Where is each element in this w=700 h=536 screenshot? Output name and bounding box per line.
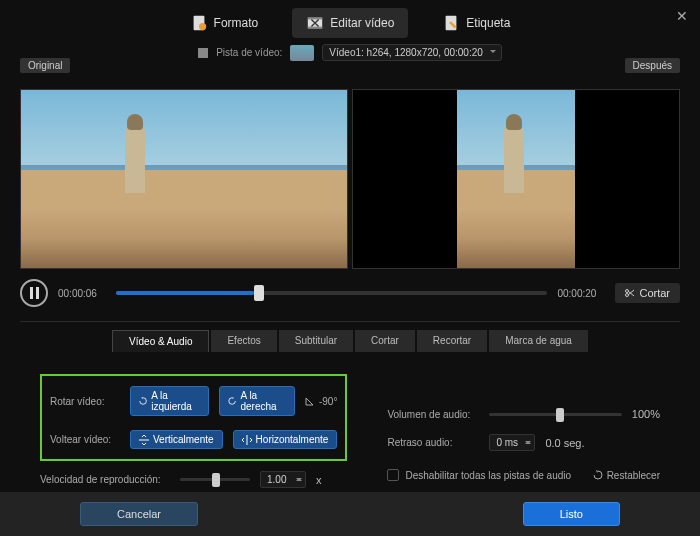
delay-label: Retraso audio: <box>387 437 479 448</box>
time-total: 00:00:20 <box>557 288 605 299</box>
tab-edit-video[interactable]: Editar vídeo <box>292 8 408 38</box>
disable-audio-checkbox[interactable] <box>387 469 399 481</box>
divider <box>20 321 680 322</box>
rotate-right-button[interactable]: A la derecha <box>219 386 295 416</box>
preview-original <box>20 89 348 269</box>
delay-unit: 0.0 seg. <box>545 437 584 449</box>
tag-icon <box>442 14 460 32</box>
preview-after <box>352 89 680 269</box>
angle-icon <box>305 396 315 406</box>
speed-value[interactable]: 1.00 <box>260 471 306 488</box>
cancel-button[interactable]: Cancelar <box>80 502 198 526</box>
track-thumbnail <box>290 45 314 61</box>
tab-effects[interactable]: Efectos <box>211 330 276 352</box>
tab-label[interactable]: Etiqueta <box>428 8 524 38</box>
rotate-cw-icon <box>228 396 236 406</box>
delay-value[interactable]: 0 ms <box>489 434 535 451</box>
tab-edit-label: Editar vídeo <box>330 16 394 30</box>
cut-button[interactable]: Cortar <box>615 283 680 303</box>
flip-vertical-button[interactable]: Verticalmente <box>130 430 223 449</box>
rotate-flip-group: Rotar vídeo: A la izquierda A la derecha… <box>40 374 347 461</box>
film-icon <box>198 48 208 58</box>
tab-format-label: Formato <box>214 16 259 30</box>
tab-format[interactable]: Formato <box>176 8 273 38</box>
tab-cut[interactable]: Cortar <box>355 330 415 352</box>
reset-icon <box>593 470 603 480</box>
svg-point-1 <box>199 23 206 30</box>
rotate-angle: -90° <box>305 396 337 407</box>
film-scissors-icon <box>306 14 324 32</box>
tab-subtitle[interactable]: Subtitular <box>279 330 353 352</box>
flip-h-icon <box>242 435 252 445</box>
flip-label: Voltear vídeo: <box>50 434 120 445</box>
volume-slider[interactable] <box>489 413 621 416</box>
time-current: 00:00:06 <box>58 288 106 299</box>
rotate-ccw-icon <box>139 396 147 406</box>
tab-label-label: Etiqueta <box>466 16 510 30</box>
rotate-label: Rotar vídeo: <box>50 396 120 407</box>
svg-rect-4 <box>308 27 322 29</box>
volume-thumb[interactable] <box>556 408 564 422</box>
speed-label: Velocidad de reproducción: <box>40 474 170 485</box>
after-label: Después <box>625 58 680 73</box>
track-select[interactable]: Vídeo1: h264, 1280x720, 00:00:20 <box>322 44 501 61</box>
speed-unit: x <box>316 474 322 486</box>
volume-value: 100% <box>632 408 660 420</box>
reset-button[interactable]: Restablecer <box>593 470 660 481</box>
rotate-left-button[interactable]: A la izquierda <box>130 386 209 416</box>
playback-slider[interactable] <box>116 291 547 295</box>
volume-label: Volumen de audio: <box>387 409 479 420</box>
track-label: Pista de vídeo: <box>216 47 282 58</box>
playback-thumb[interactable] <box>254 285 264 301</box>
cut-label: Cortar <box>639 287 670 299</box>
tab-crop[interactable]: Recortar <box>417 330 487 352</box>
flip-v-icon <box>139 435 149 445</box>
tab-watermark[interactable]: Marca de agua <box>489 330 588 352</box>
svg-rect-6 <box>198 48 208 58</box>
flip-horizontal-button[interactable]: Horizontalmente <box>233 430 338 449</box>
ready-button[interactable]: Listo <box>523 502 620 526</box>
disable-audio-label: Deshabilitar todas las pistas de audio <box>405 470 571 481</box>
page-icon <box>190 14 208 32</box>
tab-video-audio[interactable]: Vídeo & Audio <box>112 330 209 352</box>
speed-slider[interactable] <box>180 478 250 481</box>
original-label: Original <box>20 58 70 73</box>
pause-button[interactable] <box>20 279 48 307</box>
scissors-icon <box>625 288 635 298</box>
svg-rect-3 <box>308 18 322 20</box>
close-icon[interactable]: ✕ <box>676 8 688 24</box>
speed-thumb[interactable] <box>212 473 220 487</box>
pause-icon <box>30 287 39 299</box>
